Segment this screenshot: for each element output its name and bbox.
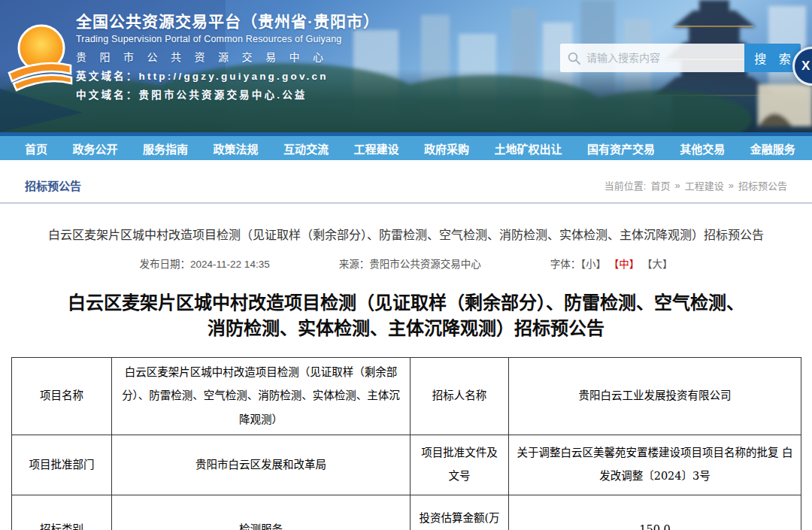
page: 全国公共资源交易平台（贵州省·贵阳市） Trading Supervision … <box>0 0 812 530</box>
font-size-small-button[interactable]: 【小】 <box>580 259 606 270</box>
article-list-title: 白云区麦架片区城中村改造项目检测（见证取样（剩余部分）、防雷检测、空气检测、消防… <box>0 225 812 243</box>
cell-label: 招标类别 <box>12 495 112 530</box>
nav-item-home[interactable]: 首页 <box>25 141 47 156</box>
breadcrumb-separator: » <box>675 180 680 191</box>
nav-item-service-guide[interactable]: 服务指南 <box>143 141 188 156</box>
nav-item-other-trades[interactable]: 其他交易 <box>680 141 725 156</box>
cell-label: 项目批准部门 <box>12 435 112 495</box>
nav-item-land-mining[interactable]: 土地矿权出让 <box>494 141 562 156</box>
brand-block: 全国公共资源交易平台（贵州省·贵阳市） Trading Supervision … <box>76 9 380 101</box>
article-meta: 发布日期：2024-11-22 14:35 来源：贵阳市公共资源交易中心 字体：… <box>0 256 812 271</box>
center-name: 贵阳市公共资源交易中心 <box>76 49 380 64</box>
domain-cn-url: 贵阳市公共资源交易中心.公益 <box>139 89 308 101</box>
search-icon <box>568 52 580 65</box>
font-size-large-button[interactable]: 【大】 <box>642 259 673 270</box>
cell-label: 项目名称 <box>12 358 112 435</box>
nav-item-finance[interactable]: 金融服务 <box>750 141 795 156</box>
font-size-medium-button[interactable]: 【中】 <box>609 259 640 270</box>
article-heading: 白云区麦架片区城中村改造项目检测（见证取样（剩余部分）、防雷检测、空气检测、 消… <box>26 290 786 341</box>
domain-en-url: http://ggzy.guiyang.gov.cn <box>139 71 329 82</box>
table-row: 招标类别 检测服务 投资估算金额(万元) 150.0 <box>12 495 801 530</box>
site-subtitle-en: Trading Supervision Portal of Common Res… <box>76 34 380 44</box>
nav-item-gov-disclosure[interactable]: 政务公开 <box>72 141 117 156</box>
article-heading-line1: 白云区麦架片区城中村改造项目检测（见证取样（剩余部分）、防雷检测、空气检测、 <box>26 290 786 316</box>
nav-item-procurement[interactable]: 政府采购 <box>424 141 469 156</box>
font-size-switcher: 字体：【小】 【中】 【大】 <box>550 256 673 271</box>
project-info-table: 项目名称 白云区麦架片区城中村改造项目检测（见证取样（剩余部分）、防雷检测、空气… <box>11 357 801 530</box>
search-input[interactable] <box>586 52 737 64</box>
search-box <box>560 44 744 72</box>
breadcrumb-current: 招标预公告 <box>738 178 787 192</box>
article-heading-line2: 消防检测、实体检测、主体沉降观测）招标预公告 <box>26 316 786 341</box>
breadcrumb-separator: » <box>729 180 734 191</box>
domain-en-line: 英文域名：http://ggzy.guiyang.gov.cn <box>76 68 380 83</box>
section-title: 招标预公告 <box>25 177 81 193</box>
site-logo[interactable] <box>6 20 74 95</box>
white-bridge-silhouette <box>758 84 812 126</box>
breadcrumb-link-engineering[interactable]: 工程建设 <box>685 178 724 192</box>
nav-item-state-assets[interactable]: 国有资产交易 <box>587 141 655 156</box>
cell-value: 贵阳市白云区发展和改革局 <box>112 435 411 495</box>
breadcrumb-location-label: 当前位置: <box>604 178 647 192</box>
domain-cn-line: 中文域名：贵阳市公共资源交易中心.公益 <box>76 86 380 101</box>
table-row: 项目名称 白云区麦架片区城中村改造项目检测（见证取样（剩余部分）、防雷检测、空气… <box>12 358 801 435</box>
main-nav: 首页 政务公开 服务指南 政策法规 互动交流 工程建设 政府采购 土地矿权出让 … <box>0 132 812 160</box>
nav-item-interaction[interactable]: 互动交流 <box>283 141 329 156</box>
cell-value: 检测服务 <box>112 495 411 530</box>
cell-label: 投资估算金额(万元) <box>411 495 509 530</box>
search-bar: 搜 索 <box>560 44 801 72</box>
breadcrumb-band: 招标预公告 当前位置: 首页 » 工程建设 » 招标预公告 <box>0 160 812 204</box>
article-source: 来源：贵阳市公共资源交易中心 <box>339 256 481 271</box>
publish-date: 发布日期：2024-11-22 14:35 <box>140 256 270 271</box>
cell-value: 150.0 <box>509 495 801 530</box>
breadcrumb-link-home[interactable]: 首页 <box>650 178 670 192</box>
cell-value: 白云区麦架片区城中村改造项目检测（见证取样（剩余部分）、防雷检测、空气检测、消防… <box>112 358 411 435</box>
cell-value: 贵阳白云工业发展投资有限公司 <box>509 358 801 435</box>
cell-label: 招标人名称 <box>411 358 509 435</box>
header-banner: 全国公共资源交易平台（贵州省·贵阳市） Trading Supervision … <box>0 0 812 132</box>
nav-item-policies[interactable]: 政策法规 <box>213 141 258 156</box>
cell-value: 关于调整白云区美馨苑安置楼建设项目项目名称的批复 白发改调整〔2024〕3号 <box>509 435 801 495</box>
cell-label: 项目批准文件及文号 <box>411 435 509 495</box>
breadcrumb: 当前位置: 首页 » 工程建设 » 招标预公告 <box>604 178 787 192</box>
site-title: 全国公共资源交易平台（贵州省·贵阳市） <box>76 9 380 32</box>
table-row: 项目批准部门 贵阳市白云区发展和改革局 项目批准文件及文号 关于调整白云区美馨苑… <box>12 435 801 495</box>
nav-item-engineering[interactable]: 工程建设 <box>353 141 398 156</box>
